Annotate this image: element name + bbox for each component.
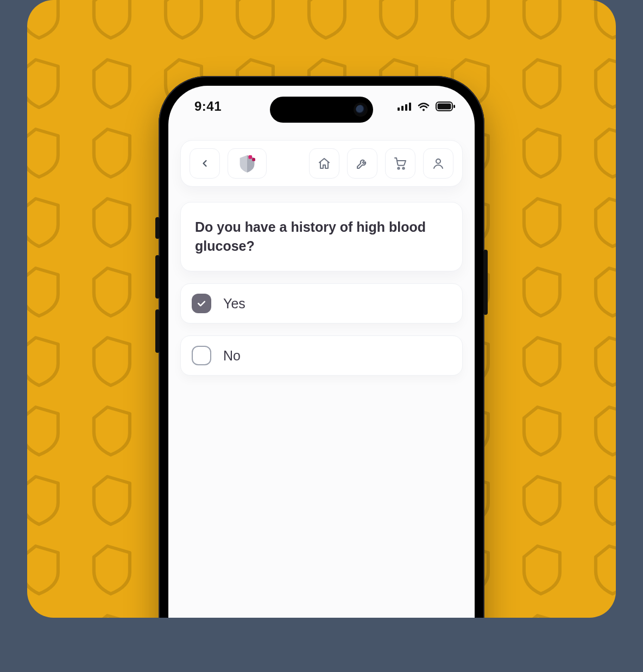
phone-side-button bbox=[483, 250, 488, 315]
question-text: Do you have a history of high blood gluc… bbox=[195, 218, 448, 256]
user-icon bbox=[432, 157, 445, 170]
wifi-icon bbox=[417, 102, 430, 111]
svg-rect-8 bbox=[252, 158, 255, 161]
shield-logo-icon bbox=[236, 153, 258, 174]
home-button[interactable] bbox=[309, 148, 339, 179]
status-icons bbox=[398, 102, 455, 111]
phone-screen: 9:41 bbox=[168, 86, 475, 618]
option-label: Yes bbox=[223, 296, 245, 312]
cart-button[interactable] bbox=[385, 148, 415, 179]
promo-stage: 9:41 bbox=[27, 0, 616, 618]
option-no[interactable]: No bbox=[180, 335, 463, 376]
option-label: No bbox=[223, 348, 241, 364]
status-time: 9:41 bbox=[194, 99, 222, 114]
tools-icon bbox=[356, 157, 369, 170]
profile-button[interactable] bbox=[423, 148, 453, 179]
chevron-left-icon bbox=[199, 158, 210, 169]
svg-rect-6 bbox=[453, 105, 455, 108]
checkbox-unchecked-icon bbox=[192, 346, 211, 365]
svg-rect-2 bbox=[405, 104, 407, 111]
back-button[interactable] bbox=[190, 148, 220, 179]
svg-point-11 bbox=[436, 159, 440, 163]
front-camera bbox=[356, 105, 365, 115]
brand-logo-button[interactable] bbox=[228, 148, 267, 179]
cart-icon bbox=[394, 157, 407, 170]
app-content: Do you have a history of high blood gluc… bbox=[168, 140, 475, 618]
svg-rect-5 bbox=[438, 104, 451, 110]
home-icon bbox=[318, 157, 331, 170]
tools-button[interactable] bbox=[347, 148, 377, 179]
cellular-icon bbox=[398, 102, 412, 111]
phone-side-button bbox=[155, 309, 160, 353]
top-nav bbox=[180, 140, 463, 187]
svg-rect-7 bbox=[249, 155, 253, 159]
option-yes[interactable]: Yes bbox=[180, 283, 463, 324]
svg-point-10 bbox=[402, 167, 404, 169]
battery-icon bbox=[436, 102, 455, 111]
phone-frame: 9:41 bbox=[159, 76, 484, 618]
svg-rect-0 bbox=[398, 107, 400, 111]
checkbox-checked-icon bbox=[192, 294, 211, 313]
check-icon bbox=[196, 298, 207, 309]
svg-rect-1 bbox=[401, 106, 404, 111]
svg-rect-3 bbox=[409, 103, 411, 111]
dynamic-island bbox=[270, 97, 373, 123]
svg-point-9 bbox=[398, 167, 399, 169]
phone-side-button bbox=[155, 217, 160, 239]
question-card: Do you have a history of high blood gluc… bbox=[180, 202, 463, 271]
phone-side-button bbox=[155, 255, 160, 299]
